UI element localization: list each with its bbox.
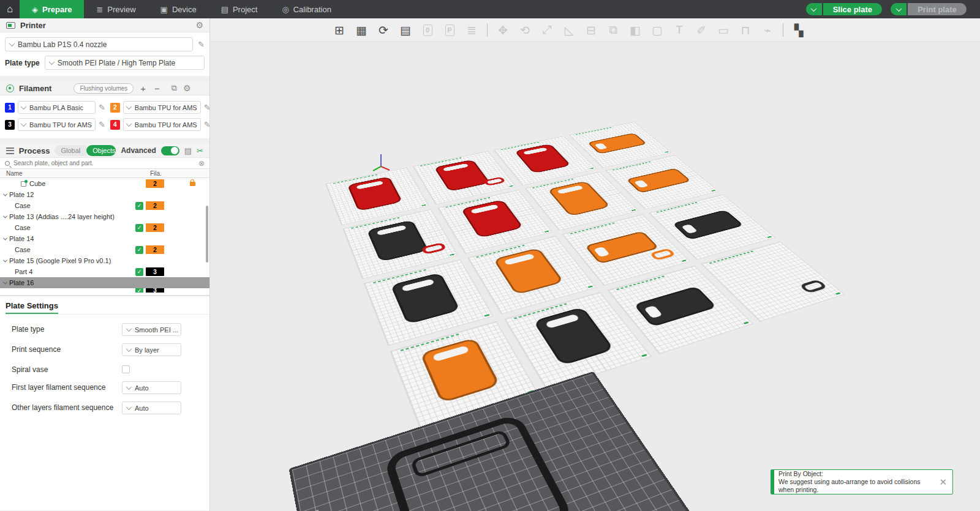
object-row[interactable]: Cube2 xyxy=(0,178,209,189)
slice-dropdown-button[interactable] xyxy=(806,3,822,15)
plate-type-select[interactable]: Smooth PEI Plate / High Temp Plate xyxy=(45,56,205,70)
collapse-icon[interactable] xyxy=(3,214,7,218)
3d-scene[interactable] xyxy=(211,42,980,511)
printer-preset-select[interactable]: Bambu Lab P1S 0.4 nozzle xyxy=(5,37,193,51)
edit-filament-icon[interactable]: ✎ xyxy=(204,120,211,129)
object-row[interactable]: Case✓2 xyxy=(0,244,209,255)
tab-project[interactable]: ▤Project xyxy=(209,0,270,18)
close-icon[interactable]: ✕ xyxy=(933,477,952,488)
print-dropdown-button[interactable] xyxy=(891,3,907,15)
object-row[interactable]: Case✓2 xyxy=(0,200,209,211)
filament-badge[interactable]: 3 xyxy=(146,288,164,293)
filament-number-badge[interactable]: 3 xyxy=(5,120,15,130)
print-checkbox[interactable]: ✓ xyxy=(135,268,143,276)
object-row[interactable]: ✓3 xyxy=(0,288,209,293)
spiral-vase-checkbox[interactable] xyxy=(122,365,130,373)
plate-row[interactable]: Plate 13 (Addias ....24 layer height) xyxy=(0,211,209,222)
model-orange-case-flat[interactable] xyxy=(626,168,692,193)
model-black-case-up[interactable] xyxy=(390,272,460,324)
model-black-case-outline[interactable] xyxy=(383,413,575,511)
model-orange-ring[interactable] xyxy=(649,248,676,261)
model-black-case-up[interactable] xyxy=(533,307,614,365)
3d-viewport[interactable]: ⊞▦⟳▤0P≣✥⟲⤢◺⊟⧉◧▢T✐▭⊓⌁▚ Print By Object: W… xyxy=(211,18,980,511)
compare-presets-icon[interactable]: ✂ xyxy=(197,146,203,155)
model-orange-case-up[interactable] xyxy=(493,248,564,295)
filament-preset-select[interactable]: Bambu TPU for AMS xyxy=(123,101,201,114)
filament-badge[interactable]: 3 xyxy=(146,267,164,276)
collapse-icon[interactable] xyxy=(3,280,7,284)
filament-preset-select[interactable]: Bambu TPU for AMS xyxy=(18,118,96,131)
collapse-icon[interactable] xyxy=(3,236,7,240)
print-checkbox[interactable]: ✓ xyxy=(135,246,143,254)
tab-device[interactable]: ▣Device xyxy=(148,0,209,18)
row-label: Case xyxy=(15,224,31,231)
filament-badge[interactable]: 2 xyxy=(146,245,164,254)
model-red-case-up[interactable] xyxy=(347,176,403,211)
plate-row[interactable]: Plate 16 xyxy=(0,277,209,288)
filament-number-badge[interactable]: 4 xyxy=(110,120,120,130)
plate-row[interactable]: Plate 15 (Google Pixel 9 Pro v0.1) xyxy=(0,255,209,266)
filament-number-badge[interactable]: 2 xyxy=(110,103,120,113)
home-button[interactable]: ⌂ xyxy=(0,0,20,18)
slice-plate-button[interactable]: Slice plate xyxy=(823,3,882,15)
model-black-case-up[interactable] xyxy=(367,220,429,262)
add-plate-icon[interactable]: ▦ xyxy=(350,20,372,40)
multi-filament-settings-icon[interactable]: ⧉ xyxy=(172,83,177,93)
plate-row[interactable]: Plate 12 xyxy=(0,189,209,200)
model-black-ring[interactable] xyxy=(799,279,827,293)
advanced-toggle[interactable] xyxy=(161,146,179,155)
add-filament-button[interactable]: + xyxy=(138,83,148,94)
setting-select[interactable]: By layer xyxy=(122,343,181,356)
model-red-case-up[interactable] xyxy=(434,160,490,192)
arrange-icon[interactable]: ▤ xyxy=(394,20,417,40)
object-row[interactable]: Part 4✓3 xyxy=(0,266,209,277)
print-plate-button[interactable]: Print plate xyxy=(908,3,967,15)
process-scope-segments[interactable]: Global Objects xyxy=(55,145,116,156)
segment-global[interactable]: Global xyxy=(55,145,86,156)
setting-select[interactable]: Auto xyxy=(122,401,181,414)
flushing-volumes-button[interactable]: Flushing volumes xyxy=(74,83,134,94)
remove-filament-button[interactable]: − xyxy=(153,83,162,94)
filament-preset-select[interactable]: Bambu PLA Basic xyxy=(18,101,96,114)
segment-objects[interactable]: Objects xyxy=(86,145,116,156)
tab-preview[interactable]: ≣Preview xyxy=(84,0,148,18)
lock-icon[interactable] xyxy=(190,182,195,186)
filament-number-badge[interactable]: 1 xyxy=(5,103,15,113)
edit-printer-icon[interactable]: ✎ xyxy=(198,40,205,49)
edit-filament-icon[interactable]: ✎ xyxy=(99,120,105,129)
edit-filament-icon[interactable]: ✎ xyxy=(99,103,105,112)
tab-calibration[interactable]: ◎Calibration xyxy=(270,0,344,18)
print-checkbox[interactable]: ✓ xyxy=(135,202,143,210)
model-red-case-up[interactable] xyxy=(461,200,524,238)
filament-settings-gear-icon[interactable]: ⚙ xyxy=(183,83,191,93)
parameter-table-icon[interactable]: ▤ xyxy=(184,146,192,155)
printer-settings-gear-icon[interactable]: ⚙ xyxy=(195,20,203,30)
setting-select[interactable]: Auto xyxy=(122,381,181,394)
filament-badge[interactable]: 2 xyxy=(146,223,164,232)
collapse-icon[interactable] xyxy=(3,192,7,196)
model-orange-case-flat[interactable] xyxy=(587,133,647,154)
plate-row[interactable]: Plate 14 xyxy=(0,233,209,244)
add-object-icon[interactable]: ⊞ xyxy=(328,20,350,40)
tab-prepare[interactable]: ◈Prepare xyxy=(20,0,84,18)
list-scrollbar[interactable] xyxy=(206,206,208,263)
object-row[interactable]: Case✓2 xyxy=(0,222,209,233)
filament-preset-select[interactable]: Bambu TPU for AMS xyxy=(123,118,201,131)
filament-badge[interactable]: 2 xyxy=(146,179,164,188)
clear-search-icon[interactable]: ⊗ xyxy=(198,159,205,168)
search-input[interactable] xyxy=(13,160,195,166)
model-red-case-up[interactable] xyxy=(514,144,571,174)
model-orange-case-up[interactable] xyxy=(420,338,500,403)
edit-filament-icon[interactable]: ✎ xyxy=(204,103,211,112)
print-checkbox[interactable]: ✓ xyxy=(135,224,143,232)
setting-select[interactable]: Smooth PEI ... xyxy=(122,323,181,336)
model-orange-case-up[interactable] xyxy=(548,181,611,217)
model-black-case-flat[interactable] xyxy=(672,210,744,240)
print-checkbox[interactable]: ✓ xyxy=(135,288,143,293)
model-orange-case-flat[interactable] xyxy=(584,231,659,264)
assembly-icon[interactable]: ▚ xyxy=(788,20,810,40)
auto-orient-icon[interactable]: ⟳ xyxy=(372,20,394,40)
collapse-icon[interactable] xyxy=(3,258,7,262)
filament-badge[interactable]: 2 xyxy=(146,201,164,210)
model-black-case-flat[interactable] xyxy=(633,286,717,327)
